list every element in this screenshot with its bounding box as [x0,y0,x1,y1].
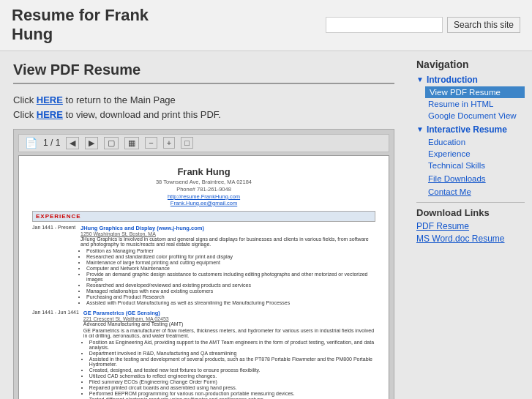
list-item: Purchasing and Product Research [86,294,375,299]
pdf-next-btn[interactable]: ▶ [85,137,98,149]
list-item: Assisted with Product Manufacturing as w… [86,300,375,305]
list-item: Position as Managing Partner [86,248,375,253]
job2-title: Advanced Manufacturing and Testing (AMT) [83,321,375,327]
pdf-page-btn[interactable]: ▢ [104,137,119,149]
click-here-main-link[interactable]: HERE [37,94,63,105]
resume-website[interactable]: http://resume.FrankHung.com [32,193,375,200]
pdf-prev-btn[interactable]: ◀ [66,137,79,149]
page-title: View PDF Resume [13,61,394,84]
download-word-link[interactable]: MS Word.doc Resume [416,234,525,244]
list-item: Position as Engineering Aid, providing s… [89,340,375,350]
search-button[interactable]: Search this site [447,17,520,33]
pdf-zoom-in-btn[interactable]: + [163,137,175,149]
pdf-content: Frank Hung 38 Townsend Ave, Braintree, M… [18,155,389,399]
job2-address: 221 Crescent St, Waltham, MA 02453 [83,316,375,321]
click-here-pdf-link[interactable]: HERE [37,109,63,120]
list-item: Researched and standardized color profil… [86,254,375,259]
nav-section-interactive[interactable]: ▼ Interactive Resume [416,124,525,135]
list-item: Researched and developed/reviewed and ex… [86,283,375,288]
list-item: Performed EEPROM programming for various… [89,391,375,396]
job1-address: 1250 Washington St, Boston, MA [80,231,375,236]
list-item: Utilized CAD schematics to reflect engin… [89,373,375,379]
job1-desc: JHung Graphics is involved in custom and… [80,236,375,247]
nav-section-introduction[interactable]: ▼ Introduction [416,75,525,85]
download-title: Download Links [416,207,525,218]
download-pdf-link[interactable]: PDF Resume [416,221,525,231]
list-item: Filed summary ECOs (Engineering Change O… [89,379,375,384]
job1-company: JHung Graphics and Display (www.j-hung.c… [80,225,375,231]
pdf-grid-btn[interactable]: ▦ [124,137,139,149]
site-title: Resume for Frank Hung [12,6,149,45]
pdf-doc-icon: 📄 [25,137,37,149]
main-layout: View PDF Resume Click HERE to return to … [0,51,532,399]
nav-item-technical-skills[interactable]: Technical Skills [425,160,525,171]
search-input[interactable] [326,17,443,33]
list-item: Provide an demand graphic design assista… [86,272,375,282]
job1-bullets: Position as Managing Partner Researched … [86,248,375,305]
click-line-2: Click HERE to view, download and print t… [13,109,394,120]
resume-experience-header: Experience [32,211,375,222]
job2-company: GE Parametrics (GE Sensing) [83,310,375,316]
top-header: Resume for Frank Hung Search this site [0,0,532,51]
job2-bullets: Position as Engineering Aid, providing s… [89,340,375,399]
nav-item-contact-me[interactable]: Contact Me [425,186,525,198]
list-item: Computer and Network Maintenance [86,266,375,271]
resume-phone: Phone# 781-261-9048 [32,186,375,193]
job2-content: GE Parametrics (GE Sensing) 221 Crescent… [83,310,375,399]
pdf-toolbar: 📄 1 / 1 ◀ ▶ ▢ ▦ − + □ [18,134,389,152]
pdf-viewer-wrapper: 📄 1 / 1 ◀ ▶ ▢ ▦ − + □ Frank Hung 38 Town… [13,129,394,399]
job1-content: JHung Graphics and Display (www.j-hung.c… [80,225,375,306]
sidebar-divider [416,202,525,203]
resume-name: Frank Hung [32,166,375,177]
site-title-text: Resume for Frank Hung [12,6,149,45]
resume-email[interactable]: Frank.Hung.ee@gmail.com [32,200,375,206]
list-item: Maintenance of large format printing and… [86,260,375,265]
list-item: Assisted in the testing and development … [89,357,375,367]
nav-title: Navigation [416,59,525,70]
pdf-page-info: 1 / 1 [43,138,60,148]
job2-desc: GE Parametrics is a manufacturer of flow… [83,328,375,338]
nav-item-resume-html[interactable]: Resume in HTML [425,98,525,110]
pdf-zoom-out-btn[interactable]: − [145,137,157,149]
resume-job-1: Jan 1441 - Present JHung Graphics and Di… [32,225,375,306]
nav-item-google-doc[interactable]: Google Document View [425,110,525,122]
click-line-1: Click HERE to return to the Main Page [13,94,394,105]
nav-items-introduction: View PDF Resume Resume in HTML Google Do… [425,86,525,122]
nav-items-interactive: Education Experience Technical Skills [425,136,525,171]
nav-item-education[interactable]: Education [425,136,525,148]
sidebar: Navigation ▼ Introduction View PDF Resum… [408,51,532,399]
job2-dates: Jan 1441 - Jun 1441 [32,310,79,399]
search-area: Search this site [326,17,520,33]
nav-item-experience[interactable]: Experience [425,148,525,160]
resume-job-2: Jan 1441 - Jun 1441 GE Parametrics (GE S… [32,310,375,399]
pdf-fullscreen-btn[interactable]: □ [181,137,193,149]
nav-triangle-icon: ▼ [416,75,424,83]
nav-item-file-downloads[interactable]: File Downloads [425,173,525,184]
content-area: View PDF Resume Click HERE to return to … [0,51,408,399]
nav-section-interactive-label: Interactive Resume [427,124,507,135]
job1-dates: Jan 1441 - Present [32,225,76,306]
list-item: Managed relationships with new and exist… [86,288,375,294]
list-item: Department involved in R&D, Manufacturin… [89,351,375,356]
list-item: Repaired printed circuit boards and asse… [89,385,375,390]
list-item: Created, designed, and tested new test f… [89,368,375,373]
nav-section-introduction-label: Introduction [427,75,478,85]
nav-item-view-pdf[interactable]: View PDF Resume [425,86,525,98]
resume-address: 38 Townsend Ave, Braintree, MA 02184 [32,179,375,185]
nav-triangle-interactive-icon: ▼ [416,125,424,133]
